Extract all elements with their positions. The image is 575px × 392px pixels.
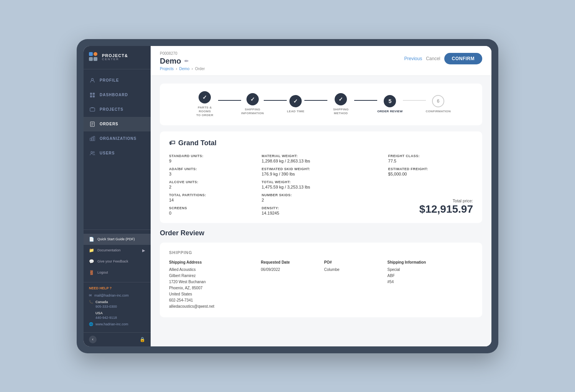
logo-line2: CENTER — [102, 58, 128, 61]
stepper: ✓ PARTS & ROOMSTO ORDER ✓ SHIPPINGINFORM… — [160, 84, 482, 125]
logout-button[interactable]: 🚪 Logout — [84, 267, 151, 278]
breadcrumb-projects[interactable]: Projects — [160, 67, 174, 71]
stat-screens: SCREENS 0 — [169, 206, 254, 215]
connector-3 — [304, 100, 327, 101]
sidebar-item-label: ORDERS — [100, 122, 118, 126]
tablet-frame: PROJECT& CENTER PROFILE — [77, 39, 498, 353]
sidebar-item-orders[interactable]: ORDERS — [84, 117, 151, 131]
svg-rect-8 — [92, 137, 93, 141]
page-header: P0008270 Demo ✏ Projects › Demo › Order — [151, 46, 491, 76]
sidebar-item-label: USERS — [100, 151, 115, 155]
breadcrumb-order: Order — [195, 67, 205, 71]
help-canada: Canada 905-333-0300 — [95, 300, 117, 309]
shipping-col-header-date: Requested Date — [261, 260, 318, 264]
stat-skid-weight: ESTIMATED SKID WEIGHT: 176.9 kg / 390 lb… — [261, 167, 380, 176]
shipping-col-info: Shipping Information Special ABF #54 — [388, 260, 473, 310]
sidebar-item-label: DASHBOARD — [100, 93, 128, 97]
step-circle-order-review: 5 — [384, 95, 396, 107]
step-container: ✓ PARTS & ROOMSTO ORDER ✓ SHIPPINGINFORM… — [191, 91, 450, 118]
sidebar-item-profile[interactable]: PROFILE — [84, 73, 151, 88]
connector-4 — [354, 100, 377, 101]
shipping-col-content-address: Allied Acoustics Gilbert Ramirez 1720 We… — [169, 267, 255, 310]
step-order-review: 5 ORDER REVIEW — [377, 95, 402, 113]
organizations-icon — [89, 135, 96, 142]
step-circle-shipping-method: ✓ — [335, 93, 347, 105]
shipping-col-header-address: Shipping Address — [169, 260, 255, 264]
step-label-confirmation: CONFIRMATION — [426, 110, 451, 113]
step-shipping-info: ✓ SHIPPINGINFORMATION — [241, 93, 264, 116]
step-label-order-review: ORDER REVIEW — [377, 110, 402, 113]
stats-col-right: FREIGHT CLASS: 77.5 ESTIMATED FREIGHT: $… — [388, 154, 473, 215]
quickstart-guide-button[interactable]: 📄 Quick Start Guide (PDF) — [84, 234, 151, 245]
help-email-row: ✉ mail@hadrian-inc.com — [89, 293, 145, 298]
sidebar-nav: PROFILE DASHBOARD — [84, 69, 151, 230]
step-parts: ✓ PARTS & ROOMSTO ORDER — [191, 91, 218, 118]
help-email: mail@hadrian-inc.com — [94, 293, 129, 298]
help-website: www.hadrian-inc.com — [95, 322, 128, 327]
tool-label: Quick Start Guide (PDF) — [97, 237, 135, 241]
total-label: Total price: — [388, 198, 473, 203]
stat-ada-units: ADA/BF UNITS: 3 — [169, 167, 254, 176]
phone-icon: 📞 — [89, 300, 93, 305]
folder-icon: 📁 — [89, 248, 94, 253]
shipping-col-date: Requested Date 06/09/2022 — [261, 260, 318, 310]
svg-rect-7 — [90, 138, 92, 141]
sidebar-item-label: PROFILE — [100, 78, 119, 82]
profile-icon — [89, 77, 96, 84]
step-lead-time: ✓ LEAD TIME — [287, 95, 304, 113]
connector-2 — [264, 100, 287, 101]
svg-rect-1 — [90, 92, 92, 94]
sidebar-item-dashboard[interactable]: DASHBOARD — [84, 88, 151, 102]
feedback-button[interactable]: 💬 Give your Feedback — [84, 256, 151, 267]
lock-icon: 🔒 — [140, 337, 145, 342]
sidebar-logo: PROJECT& CENTER — [84, 46, 151, 69]
main-content: P0008270 Demo ✏ Projects › Demo › Order — [151, 46, 491, 346]
shipping-header: SHIPPING — [169, 250, 473, 255]
grand-total-price: Total price: $12,915.97 — [388, 198, 473, 215]
edit-icon[interactable]: ✏ — [184, 58, 189, 64]
order-title: Demo ✏ — [160, 57, 205, 66]
previous-button[interactable]: Previous — [404, 56, 422, 61]
step-label-lead-time: LEAD TIME — [287, 110, 304, 113]
feedback-icon: 💬 — [89, 259, 94, 264]
sidebar-tools: 📄 Quick Start Guide (PDF) 📁 Documentatio… — [84, 230, 151, 282]
confirm-button[interactable]: CONFIRM — [444, 53, 483, 64]
stat-total-partitions: TOTAL PARTITIONS: 14 — [169, 193, 254, 202]
help-website-row: 🌐 www.hadrian-inc.com — [89, 322, 145, 327]
order-review-section: Order Review SHIPPING Shipping Address A… — [160, 229, 482, 317]
connector-5 — [403, 100, 426, 101]
content-area: ✓ PARTS & ROOMSTO ORDER ✓ SHIPPINGINFORM… — [151, 76, 491, 346]
documentation-button[interactable]: 📁 Documentation ▶ — [84, 245, 151, 256]
step-label-shipping-info: SHIPPINGINFORMATION — [241, 108, 264, 116]
sidebar-footer: ‹ 🔒 — [84, 332, 151, 346]
tablet-inner: PROJECT& CENTER PROFILE — [84, 46, 491, 346]
grand-total-card: 🏷 Grand Total STANDARD UNITS: 9 ADA/BF U… — [160, 131, 482, 223]
email-icon: ✉ — [89, 293, 92, 298]
breadcrumb-demo[interactable]: Demo — [179, 67, 190, 71]
projects-icon — [89, 106, 96, 113]
svg-rect-9 — [94, 136, 95, 140]
order-review-title: Order Review — [160, 229, 482, 237]
stat-est-freight: ESTIMATED FREIGHT: $5,000.00 — [388, 167, 473, 176]
step-circle-parts: ✓ — [199, 91, 211, 103]
shipping-col-address: Shipping Address Allied Acoustics Gilber… — [169, 260, 255, 310]
stat-total-weight: TOTAL WEIGHT: 1,475.59 kg / 3,253.13 lbs — [261, 180, 380, 189]
step-label-parts: PARTS & ROOMSTO ORDER — [191, 106, 218, 118]
stats-col-left: STANDARD UNITS: 9 ADA/BF UNITS: 3 ALCOVE… — [169, 154, 254, 215]
sidebar-item-organizations[interactable]: ORGANIZATIONS — [84, 131, 151, 146]
sidebar-item-projects[interactable]: PROJECTS — [84, 102, 151, 117]
cancel-button[interactable]: Cancel — [426, 56, 440, 61]
sidebar-item-users[interactable]: USERS — [84, 146, 151, 161]
header-actions: Previous Cancel CONFIRM — [404, 53, 482, 64]
globe-icon: 🌐 — [89, 322, 93, 327]
collapse-sidebar-button[interactable]: ‹ — [89, 336, 97, 343]
shipping-col-header-info: Shipping Information — [388, 260, 473, 264]
stat-standard-units: STANDARD UNITS: 9 — [169, 154, 254, 163]
sidebar-help: NEED HELP ? ✉ mail@hadrian-inc.com 📞 Can… — [84, 282, 151, 332]
tool-label: Logout — [97, 271, 108, 274]
svg-rect-5 — [90, 108, 95, 111]
document-icon: 📄 — [89, 237, 94, 242]
help-title: NEED HELP ? — [89, 286, 145, 290]
shipping-col-content-po: Columbe — [324, 267, 381, 273]
sidebar-item-label: ORGANIZATIONS — [100, 136, 136, 141]
